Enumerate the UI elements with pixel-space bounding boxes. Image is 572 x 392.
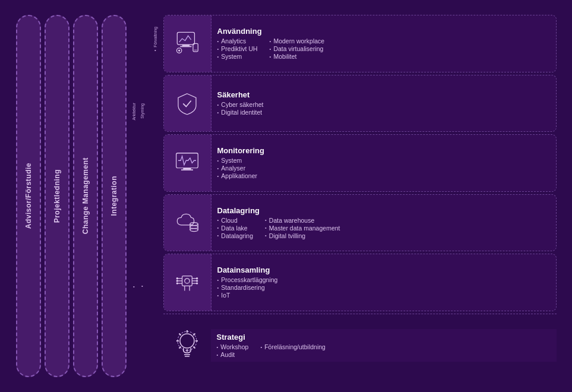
row-strategi: Strategi •Workshop •Audit •Föreläsning/u…	[163, 314, 557, 378]
main-container: Advisor/Förstudie Projektledning Change …	[10, 9, 562, 383]
svg-rect-0	[177, 33, 194, 45]
anvandning-icon	[172, 29, 202, 58]
text-anvandning: Användning •Analytics •Prediktivt UH •Sy…	[211, 15, 556, 72]
icon-datainsamling	[164, 254, 211, 311]
item-standard: •Standardisering	[217, 284, 278, 291]
pill-advisor-label: Advisor/Förstudie	[24, 163, 33, 229]
rows-container: Användning •Analytics •Prediktivt UH •Sy…	[163, 15, 557, 377]
svg-point-28	[176, 277, 178, 279]
item-dtwin: •Digital tvilling	[265, 232, 340, 239]
datainsamling-icon	[172, 267, 202, 297]
item-modern-workplace: •Modern workplace	[270, 37, 325, 45]
col1-datalagring: •Cloud •Data lake •Datalagring	[217, 217, 254, 239]
title-sakerhet: Säkerhet	[217, 90, 550, 99]
col1-sakerhet: •Cyber säkerhet •Digital identitet	[217, 101, 264, 116]
col1-monitorering: •System •Analyser •Applikationer	[217, 157, 258, 179]
monitorering-icon	[172, 148, 202, 178]
pill-change-label: Change Management	[81, 157, 90, 234]
forvaltning-label: Förvaltning	[153, 27, 157, 48]
item-processkart: •Processkartläggning	[217, 276, 278, 283]
item-datalake: •Data lake	[217, 225, 254, 232]
row-monitorering: Monitorering •System •Analyser •Applikat…	[163, 134, 557, 192]
svg-rect-8	[183, 168, 191, 170]
item-analytics: •Analytics	[217, 37, 258, 45]
bullet-arkitektur: •	[133, 284, 135, 289]
datalagring-icon	[172, 208, 202, 238]
arkitektur-label: Arkitektur	[132, 103, 136, 121]
text-monitorering: Monitorering •System •Analyser •Applikat…	[211, 135, 556, 191]
items-strategi: •Workshop •Audit •Föreläsning/utbildning	[217, 343, 551, 358]
row-sakerhet: Säkerhet •Cyber säkerhet •Digital identi…	[163, 75, 557, 132]
col2-strategi: •Föreläsning/utbildning	[260, 343, 325, 358]
item-mdm: •Master data management	[265, 225, 340, 232]
icon-sakerhet	[164, 75, 211, 132]
item-mon-system: •System	[217, 157, 258, 164]
items-datalagring: •Cloud •Data lake •Datalagring •Data war…	[217, 217, 550, 239]
text-datalagring: Datalagring •Cloud •Data lake •Datalagri…	[211, 195, 556, 251]
item-mobilitet: •Mobilitet	[270, 53, 325, 60]
item-iot: •IoT	[217, 292, 278, 299]
pill-advisor: Advisor/Förstudie	[16, 15, 41, 377]
svg-point-31	[196, 277, 198, 279]
pill-integration: Integration	[102, 15, 127, 377]
svg-point-34	[180, 334, 194, 348]
items-datainsamling: •Processkartläggning •Standardisering •I…	[217, 276, 550, 299]
icon-monitorering	[164, 135, 211, 191]
svg-rect-2	[180, 46, 191, 48]
item-prediktiv: •Prediktivt UH	[217, 45, 258, 52]
item-analyser: •Analyser	[217, 165, 258, 172]
forvaltning-col: Förvaltning •	[151, 15, 160, 377]
item-digital-id: •Digital identitet	[217, 109, 264, 116]
icon-anvandning	[164, 15, 211, 72]
icon-datalagring	[164, 195, 211, 251]
col1-anvandning: •Analytics •Prediktivt UH •System	[217, 37, 258, 60]
svg-point-32	[196, 280, 198, 282]
vert-labels-area: Arkitektur • Styrning •	[130, 15, 148, 377]
title-monitorering: Monitorering	[217, 146, 550, 155]
svg-rect-18	[182, 276, 192, 286]
title-datainsamling: Datainsamling	[217, 265, 550, 274]
col2-anvandning: •Modern workplace •Data virtualisering •…	[270, 37, 325, 60]
pill-projektledning: Projektledning	[45, 15, 69, 377]
pill-change: Change Management	[73, 15, 98, 377]
item-dw: •Data warehouse	[265, 217, 340, 224]
title-anvandning: Användning	[217, 27, 550, 36]
col2-datalagring: •Data warehouse •Master data management …	[265, 217, 340, 239]
item-audit: •Audit	[217, 351, 249, 358]
row-datainsamling: Datainsamling •Processkartläggning •Stan…	[163, 254, 557, 311]
strategi-bulb-icon	[169, 328, 205, 363]
item-data-virt: •Data virtualisering	[270, 45, 325, 52]
row-anvandning: Användning •Analytics •Prediktivt UH •Sy…	[163, 15, 557, 72]
bullet-forvaltning: •	[154, 48, 156, 53]
text-datainsamling: Datainsamling •Processkartläggning •Stan…	[211, 254, 556, 311]
pill-integration-label: Integration	[110, 176, 118, 216]
svg-rect-9	[181, 170, 193, 171]
title-strategi: Strategi	[217, 333, 551, 342]
svg-point-4	[178, 50, 180, 52]
item-datalagring-sub: •Datalagring	[217, 232, 254, 239]
styrning-label: Styrning	[140, 103, 144, 119]
items-sakerhet: •Cyber säkerhet •Digital identitet	[217, 101, 550, 116]
items-anvandning: •Analytics •Prediktivt UH •System •Moder…	[217, 37, 550, 60]
pill-projektledning-label: Projektledning	[53, 169, 61, 223]
text-strategi: Strategi •Workshop •Audit •Föreläsning/u…	[211, 329, 557, 362]
svg-point-19	[185, 279, 189, 283]
svg-rect-1	[182, 45, 190, 46]
icon-strategi	[163, 328, 211, 363]
item-applikationer: •Applikationer	[217, 172, 258, 179]
svg-point-33	[196, 283, 198, 284]
col1-datainsamling: •Processkartläggning •Standardisering •I…	[217, 276, 278, 299]
col1-strategi: •Workshop •Audit	[217, 343, 249, 358]
title-datalagring: Datalagring	[217, 206, 550, 215]
row-datalagring: Datalagring •Cloud •Data lake •Datalagri…	[163, 194, 557, 252]
svg-point-30	[176, 283, 178, 284]
item-cyber: •Cyber säkerhet	[217, 101, 264, 108]
item-workshop: •Workshop	[217, 343, 249, 350]
item-forelasning: •Föreläsning/utbildning	[260, 343, 325, 350]
sakerhet-icon	[172, 88, 202, 118]
bullet-styrning: •	[141, 283, 143, 289]
item-cloud: •Cloud	[217, 217, 254, 224]
text-sakerhet: Säkerhet •Cyber säkerhet •Digital identi…	[211, 75, 556, 132]
item-system: •System	[217, 53, 258, 60]
svg-point-29	[176, 280, 178, 282]
